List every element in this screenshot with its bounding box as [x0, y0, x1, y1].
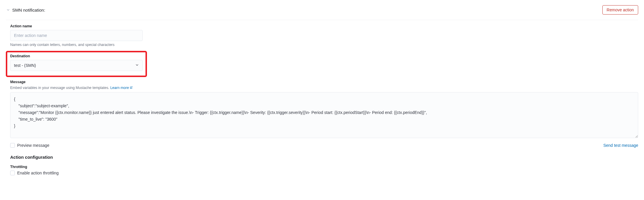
section-title: SMN notification: — [12, 8, 45, 12]
destination-highlight: Destination test - (SMN) — [6, 51, 147, 77]
destination-select[interactable]: test - (SMN) — [10, 60, 143, 71]
learn-more-text: Learn more — [110, 86, 129, 90]
message-help: Embed variables in your message using Mu… — [10, 86, 638, 90]
external-link-icon — [129, 86, 133, 89]
section-header: SMN notification: Remove action — [6, 3, 638, 20]
enable-throttling-text: Enable action throttling — [17, 171, 58, 175]
destination-field: Destination test - (SMN) — [10, 54, 143, 71]
preview-label: Preview message — [17, 143, 49, 148]
throttling-label: Throttling — [10, 165, 638, 169]
message-textarea[interactable] — [10, 92, 638, 138]
action-name-help: Names can only contain letters, numbers,… — [10, 43, 638, 47]
message-field: Message Embed variables in your message … — [10, 80, 638, 139]
message-label: Message — [10, 80, 638, 84]
destination-selected-value: test - (SMN) — [10, 60, 143, 71]
throttling-field: Throttling Enable action throttling — [10, 165, 638, 175]
destination-label: Destination — [10, 54, 143, 58]
action-name-field: Action name Names can only contain lette… — [10, 24, 638, 47]
action-config-title: Action configuration — [10, 155, 638, 160]
chevron-down-icon[interactable] — [6, 8, 10, 12]
learn-more-link[interactable]: Learn more — [110, 86, 133, 90]
preview-checkbox[interactable] — [10, 143, 15, 148]
action-name-input[interactable] — [10, 30, 143, 41]
preview-row: Preview message Send test message — [10, 143, 638, 148]
remove-action-button[interactable]: Remove action — [602, 5, 638, 15]
action-name-label: Action name — [10, 24, 638, 28]
preview-checkbox-wrap[interactable]: Preview message — [10, 143, 49, 148]
enable-throttling-wrap[interactable]: Enable action throttling — [10, 171, 638, 175]
form-body: Action name Names can only contain lette… — [6, 20, 638, 175]
header-left: SMN notification: — [6, 8, 45, 12]
send-test-message-link[interactable]: Send test message — [603, 143, 638, 148]
enable-throttling-checkbox[interactable] — [10, 171, 15, 175]
message-help-text: Embed variables in your message using Mu… — [10, 86, 110, 90]
